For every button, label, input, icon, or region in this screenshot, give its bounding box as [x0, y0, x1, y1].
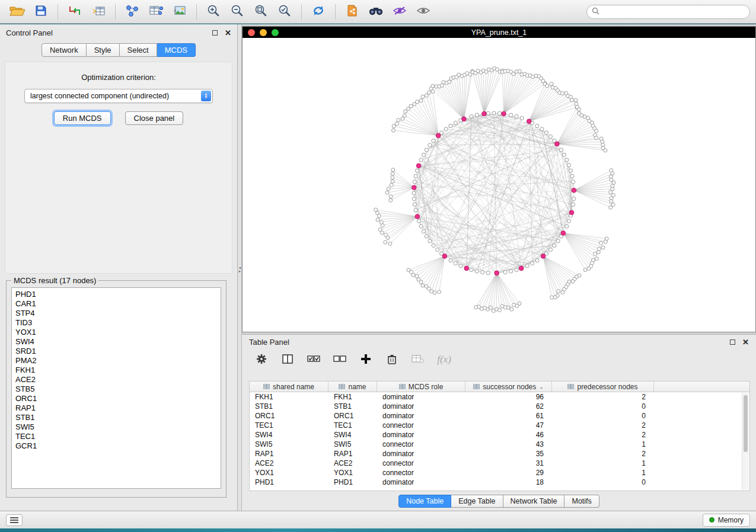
copy-document-button[interactable] — [341, 2, 363, 21]
table-header-row: shared name name MCDS role successor nod… — [250, 382, 749, 392]
table-panel-tabs: Node Table Edge Table Network Table Moti… — [242, 495, 756, 508]
selected-criterion: largest connected component (undirected) — [30, 92, 201, 100]
table-row[interactable]: ORC1 ORC1 dominator 61 0 — [250, 411, 749, 421]
show-panels-button[interactable] — [6, 514, 23, 526]
import-network-file-button[interactable] — [63, 2, 86, 21]
table-settings-button[interactable] — [254, 352, 269, 367]
column-header-name[interactable]: name — [328, 382, 377, 392]
zoom-in-button[interactable] — [202, 2, 225, 21]
zoom-fit-button[interactable] — [250, 2, 272, 21]
tab-select[interactable]: Select — [120, 43, 157, 57]
tab-mcds[interactable]: MCDS — [157, 43, 196, 57]
tab-motifs[interactable]: Motifs — [564, 495, 599, 508]
close-panel-icon[interactable]: ✕ — [225, 29, 231, 37]
refresh-icon — [311, 4, 326, 19]
mcds-result-item[interactable]: ACE2 — [15, 375, 217, 384]
checked-boxes-icon — [307, 355, 320, 365]
mcds-result-item[interactable]: RAP1 — [15, 403, 217, 413]
open-file-button[interactable] — [6, 2, 28, 21]
close-table-panel-icon[interactable]: ✕ — [742, 338, 749, 346]
run-mcds-button[interactable]: Run MCDS — [54, 111, 111, 125]
mcds-result-item[interactable]: SWI5 — [15, 422, 217, 432]
delete-table-button[interactable] — [410, 352, 426, 367]
float-panel-icon[interactable] — [212, 30, 218, 36]
splitter-grip-icon[interactable]: ◂▸ — [238, 266, 242, 273]
column-header-filler — [654, 382, 749, 392]
table-row[interactable]: ACE2 ACE2 connector 31 1 — [250, 459, 749, 468]
network-from-table-button[interactable] — [145, 2, 167, 21]
find-button[interactable] — [365, 2, 387, 21]
show-columns-button[interactable] — [280, 352, 295, 367]
mcds-result-item[interactable]: SRD1 — [15, 347, 217, 356]
mcds-result-item[interactable]: GCR1 — [15, 441, 217, 451]
mcds-result-item[interactable]: PHD1 — [15, 290, 217, 299]
table-row[interactable]: YOX1 YOX1 connector 29 1 — [250, 468, 749, 477]
tab-edge-table[interactable]: Edge Table — [451, 495, 503, 508]
show-all-button[interactable] — [412, 2, 435, 21]
table-toolbar: f(x) — [242, 349, 756, 371]
hide-selected-button[interactable] — [388, 2, 411, 21]
network-window-title: YPA_prune.txt_1 — [243, 28, 755, 37]
zoom-selected-button[interactable] — [273, 2, 296, 21]
network-window-titlebar[interactable]: YPA_prune.txt_1 — [243, 27, 755, 38]
mcds-result-item[interactable]: YOX1 — [15, 328, 217, 337]
copy-document-icon — [346, 4, 359, 19]
mcds-result-item[interactable]: PMA2 — [15, 356, 217, 366]
save-button[interactable] — [30, 2, 52, 21]
delete-column-button[interactable] — [384, 352, 400, 367]
zoom-out-icon — [231, 4, 244, 19]
select-all-button[interactable] — [306, 352, 321, 367]
menu-lines-icon — [10, 517, 18, 518]
table-row[interactable]: STB1 STB1 dominator 62 0 — [250, 402, 749, 411]
mcds-result-item[interactable]: STB5 — [15, 384, 217, 394]
vertical-splitter[interactable]: ◂▸ — [238, 24, 242, 511]
tab-network[interactable]: Network — [42, 43, 87, 57]
mcds-result-item[interactable]: ORC1 — [15, 394, 217, 403]
table-delete-icon — [412, 354, 425, 366]
column-header-shared-name[interactable]: shared name — [250, 382, 328, 392]
tab-style[interactable]: Style — [87, 43, 120, 57]
mcds-result-item[interactable]: CAR1 — [15, 299, 217, 309]
table-scrollbar[interactable] — [742, 393, 749, 490]
refresh-button[interactable] — [307, 2, 330, 21]
network-table-icon — [149, 5, 163, 18]
mcds-result-item[interactable]: STB1 — [15, 413, 217, 422]
table-row[interactable]: FKH1 FKH1 dominator 96 2 — [250, 392, 749, 402]
binoculars-icon — [368, 5, 384, 18]
table-scrollbar-thumb[interactable] — [744, 395, 748, 452]
add-column-button[interactable] — [358, 352, 374, 367]
float-table-panel-icon[interactable] — [730, 339, 735, 345]
table-row[interactable]: RAP1 RAP1 dominator 35 2 — [250, 449, 749, 459]
deselect-all-button[interactable] — [332, 352, 347, 367]
mcds-result-item[interactable]: TEC1 — [15, 432, 217, 441]
table-row[interactable]: PHD1 PHD1 dominator 18 0 — [250, 477, 749, 487]
table-row[interactable]: TEC1 TEC1 connector 47 2 — [250, 421, 749, 430]
mcds-result-item[interactable]: FKH1 — [15, 366, 217, 375]
close-panel-button[interactable]: Close panel — [125, 111, 184, 125]
column-header-successor-nodes[interactable]: successor nodes⌄ — [465, 382, 552, 392]
function-builder-button[interactable]: f(x) — [436, 352, 452, 367]
column-header-predecessor-nodes[interactable]: predecessor nodes — [552, 382, 654, 392]
memory-button[interactable]: Memory — [703, 514, 750, 527]
table-row[interactable]: SWI4 SWI4 dominator 46 2 — [250, 430, 749, 440]
table-row[interactable]: SWI5 SWI5 connector 43 1 — [250, 440, 749, 449]
import-table-file-button[interactable] — [87, 2, 110, 21]
gear-icon — [256, 354, 267, 366]
network-canvas[interactable] — [243, 38, 755, 332]
new-network-button[interactable] — [121, 2, 143, 21]
zoom-out-button[interactable] — [226, 2, 248, 21]
fx-icon: f(x) — [437, 354, 451, 366]
mcds-result-item[interactable]: STP4 — [15, 309, 217, 318]
mcds-result-item[interactable]: TID3 — [15, 318, 217, 328]
export-image-button[interactable] — [168, 2, 191, 21]
column-header-mcds-role[interactable]: MCDS role — [377, 382, 465, 392]
toolbar-separator — [115, 4, 116, 20]
toolbar-separator — [301, 4, 302, 20]
control-panel-header: Control Panel ✕ — [0, 24, 237, 41]
search-input[interactable] — [603, 8, 745, 16]
mcds-result-item[interactable]: SWI4 — [15, 337, 217, 347]
tab-network-table[interactable]: Network Table — [503, 495, 565, 508]
mcds-result-title: MCDS result (17 nodes) — [11, 276, 98, 285]
tab-node-table[interactable]: Node Table — [398, 495, 451, 508]
optimization-criterion-select[interactable]: largest connected component (undirected)… — [24, 89, 213, 103]
